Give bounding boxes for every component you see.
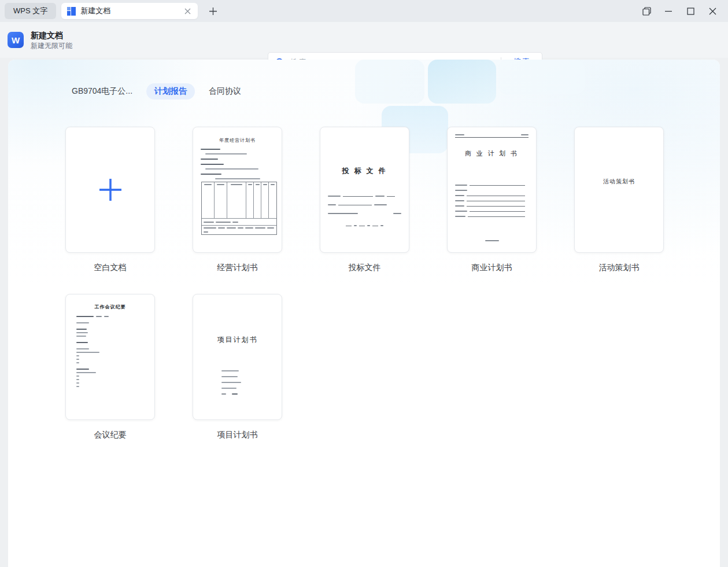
templates-panel: GB9704电子公... 计划报告 合同协议 空白文档 年度经营计划书 — [8, 60, 720, 567]
template-cell-meeting-minutes: 工作会议纪要 — [65, 294, 155, 440]
template-grid: 空白文档 年度经营计划书 — [65, 127, 720, 440]
template-card-event-plan[interactable]: 活动策划书 — [574, 127, 664, 253]
thumb-title: 年度经营计划书 — [201, 137, 274, 143]
thumb-title: 项目计划书 — [201, 335, 274, 345]
tab-close-icon[interactable] — [183, 6, 192, 16]
filter-plan-report[interactable]: 计划报告 — [146, 83, 195, 100]
thumb-title: 活动策划书 — [582, 178, 656, 186]
template-cell-bid-document: 投 标 文 件 投标文件 — [320, 127, 409, 273]
template-cell-business-plan: 商 业 计 划 书 商业计划书 — [447, 127, 537, 273]
template-label: 活动策划书 — [574, 263, 664, 273]
new-tab-button[interactable] — [206, 4, 220, 18]
filter-gb9704[interactable]: GB9704电子公... — [64, 83, 141, 100]
template-card-bid-document[interactable]: 投 标 文 件 — [320, 127, 409, 253]
minimize-button[interactable] — [657, 0, 679, 22]
close-button[interactable] — [701, 0, 723, 22]
maximize-button[interactable] — [679, 0, 701, 22]
template-card-blank[interactable] — [65, 127, 155, 253]
wps-doc-icon — [67, 7, 76, 16]
template-label: 会议纪要 — [65, 430, 155, 440]
thumb-title: 工作会议纪要 — [76, 304, 144, 310]
template-cell-operating-plan: 年度经营计划书 — [193, 127, 282, 273]
tab-new-document-label: 新建文档 — [80, 6, 183, 16]
template-label: 空白文档 — [65, 263, 155, 273]
template-label: 投标文件 — [320, 263, 409, 273]
plus-icon — [97, 176, 124, 203]
header: W 新建文档 新建无限可能 搜索 — [0, 22, 728, 58]
template-card-operating-plan[interactable]: 年度经营计划书 — [193, 127, 282, 253]
template-cell-blank: 空白文档 — [65, 127, 155, 273]
template-card-meeting-minutes[interactable]: 工作会议纪要 — [65, 294, 155, 420]
template-label: 经营计划书 — [193, 263, 282, 273]
thumb-title: 商 业 计 划 书 — [455, 149, 529, 158]
template-cell-project-plan: 项目计划书 项目计划书 — [193, 294, 282, 440]
tab-list-icon[interactable] — [635, 0, 657, 22]
category-filter-tabs: GB9704电子公... 计划报告 合同协议 — [64, 83, 720, 100]
page-subtitle: 新建无限可能 — [31, 41, 72, 50]
template-card-business-plan[interactable]: 商 业 计 划 书 — [447, 127, 537, 253]
tab-new-document[interactable]: 新建文档 — [61, 3, 198, 19]
template-card-project-plan[interactable]: 项目计划书 — [193, 294, 282, 420]
tab-wps-home-label: WPS 文字 — [13, 6, 47, 16]
thumb-table — [201, 182, 277, 235]
wps-writer-logo: W — [8, 32, 24, 48]
page-title: 新建文档 — [31, 30, 72, 41]
template-label: 项目计划书 — [193, 430, 282, 440]
filter-contract[interactable]: 合同协议 — [201, 83, 249, 100]
tab-wps-home[interactable]: WPS 文字 — [5, 3, 56, 19]
template-cell-event-plan: 活动策划书 活动策划书 — [574, 127, 664, 273]
window-controls — [635, 0, 723, 22]
titlebar: WPS 文字 新建文档 — [0, 0, 728, 22]
thumb-title: 投 标 文 件 — [328, 166, 401, 176]
template-label: 商业计划书 — [447, 263, 537, 273]
